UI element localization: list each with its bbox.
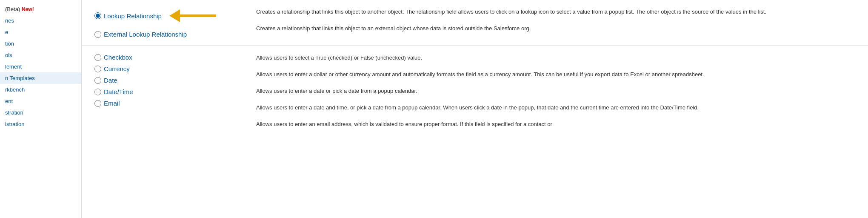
sidebar-item-categories[interactable]: ries (0, 15, 81, 26)
option-cell-checkbox: Checkbox Currency Date Date/Time Email (82, 46, 248, 136)
radio-option-external-lookup[interactable]: External Lookup Relationship (94, 31, 239, 38)
sidebar-item-templates[interactable]: n Templates (0, 72, 81, 84)
radio-datetime[interactable] (94, 89, 101, 95)
sidebar-item-ent[interactable]: ent (0, 95, 81, 107)
desc-cell-lookup: Creates a relationship that links this o… (248, 0, 868, 46)
radio-checkbox[interactable] (94, 54, 101, 61)
sidebar-item-istration[interactable]: istration (0, 118, 81, 130)
radio-option-lookup[interactable]: Lookup Relationship (94, 12, 162, 20)
option-cell-lookup: Lookup Relationship External L (82, 0, 248, 46)
sidebar-item-tion[interactable]: tion (0, 38, 81, 49)
sidebar-item-stration[interactable]: stration (0, 107, 81, 118)
desc-lookup: Creates a relationship that links this o… (256, 8, 855, 16)
sidebar-item-element[interactable]: lement (0, 61, 81, 72)
radio-lookup[interactable] (94, 12, 101, 19)
lookup-arrow-wrap: Lookup Relationship (94, 6, 239, 26)
label-currency[interactable]: Currency (104, 65, 130, 72)
label-external-lookup[interactable]: External Lookup Relationship (104, 31, 187, 38)
radio-option-date[interactable]: Date (94, 77, 239, 84)
main-content: Lookup Relationship External L (82, 0, 868, 218)
radio-email[interactable] (94, 100, 101, 107)
beta-text: (Beta) (5, 6, 20, 12)
desc-external-lookup: Creates a relationship that links this o… (256, 24, 855, 33)
desc-cell-multi: Allows users to select a True (checked) … (248, 46, 868, 136)
radio-external-lookup[interactable] (94, 31, 101, 38)
radio-currency[interactable] (94, 66, 101, 72)
radio-option-email[interactable]: Email (94, 100, 239, 107)
label-email[interactable]: Email (104, 100, 120, 107)
radio-option-checkbox[interactable]: Checkbox (94, 54, 239, 61)
desc-date: Allows users to enter a date or pick a d… (256, 87, 855, 95)
svg-marker-1 (169, 9, 180, 22)
arrow-icon (165, 6, 220, 26)
label-datetime[interactable]: Date/Time (104, 88, 133, 95)
sidebar-item-workbench[interactable]: rkbench (0, 84, 81, 95)
radio-date[interactable] (94, 77, 101, 84)
sidebar: (Beta) New! ries e tion ols lement n Tem… (0, 0, 82, 218)
radio-option-currency[interactable]: Currency (94, 65, 239, 72)
new-badge: New! (22, 6, 34, 12)
table-row-checkbox: Checkbox Currency Date Date/Time Email (82, 46, 868, 136)
sidebar-item-2[interactable]: e (0, 26, 81, 38)
desc-email: Allows users to enter an email address, … (256, 120, 855, 129)
lookup-options-wrap: Lookup Relationship External L (94, 6, 239, 38)
table-row-lookup-group: Lookup Relationship External L (82, 0, 868, 46)
sidebar-beta-label: (Beta) New! (0, 3, 81, 15)
desc-datetime: Allows users to enter a date and time, o… (256, 103, 855, 112)
label-date[interactable]: Date (104, 77, 117, 84)
field-type-table: Lookup Relationship External L (82, 0, 868, 136)
radio-option-datetime[interactable]: Date/Time (94, 88, 239, 95)
desc-currency: Allows users to enter a dollar or other … (256, 70, 855, 79)
desc-checkbox: Allows users to select a True (checked) … (256, 54, 855, 62)
sidebar-item-tools[interactable]: ols (0, 49, 81, 61)
label-lookup[interactable]: Lookup Relationship (104, 12, 162, 20)
label-checkbox[interactable]: Checkbox (104, 54, 132, 61)
